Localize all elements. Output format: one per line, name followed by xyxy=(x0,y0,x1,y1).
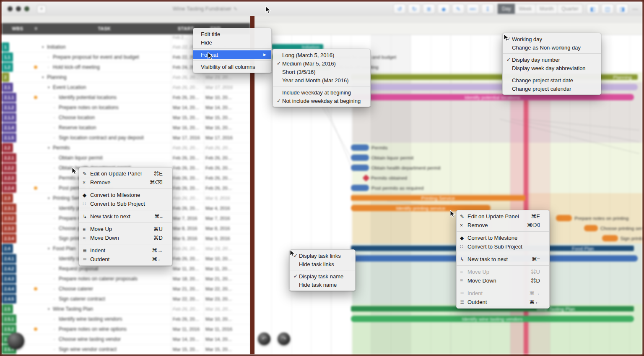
menu-item[interactable]: ◆ Convert to Milestone xyxy=(79,191,172,199)
disclosure-arrow[interactable]: - xyxy=(54,223,55,233)
menu-item[interactable]: ◆ Convert to Milestone xyxy=(457,233,549,242)
gantt-bar[interactable]: Prepare notes on printing xyxy=(254,213,642,223)
gantt-bar[interactable]: Wine Tasting Plan xyxy=(254,304,642,314)
menu-item[interactable]: ≣ Indent ⌘→ xyxy=(79,246,172,255)
disclosure-arrow[interactable]: ▾ xyxy=(48,304,50,314)
table-row[interactable]: 2 ▾ Planning Feb 26, 20… Mar 23, 20… xyxy=(2,72,250,83)
day-number[interactable] xyxy=(371,23,391,34)
day-number[interactable] xyxy=(411,23,431,34)
panel-left-button[interactable]: ◧ xyxy=(587,4,599,14)
disclosure-arrow[interactable]: - xyxy=(54,213,55,223)
menu-item[interactable]: Visibility of all columns xyxy=(193,63,271,71)
table-row[interactable]: 2.1.3 - Choose location Mar 15, 20… Mar … xyxy=(2,113,250,123)
disclosure-arrow[interactable]: - xyxy=(54,284,55,294)
menu-item[interactable]: ✓ Medium (Mar 5, 2016) xyxy=(273,59,370,68)
menu-item[interactable]: ≣ Indent ⌘→ xyxy=(457,289,549,298)
menu-item[interactable]: ✓ Not include weekday at begining xyxy=(273,97,370,105)
day-number[interactable] xyxy=(630,23,642,34)
disclosure-arrow[interactable]: - xyxy=(54,344,55,354)
day-number[interactable] xyxy=(451,23,471,34)
view-quarter-button[interactable]: Quarter xyxy=(558,4,583,14)
menu-item[interactable]: ✓ Working day xyxy=(503,35,601,43)
day-number[interactable] xyxy=(470,23,491,34)
table-row[interactable]: 2.1 ▾ Event Location Feb 26, 20… Mar 17,… xyxy=(2,82,250,93)
disclosure-arrow[interactable]: ▾ xyxy=(48,143,50,153)
day-number[interactable] xyxy=(351,23,371,34)
view-month-button[interactable]: Month xyxy=(536,4,558,14)
disclosure-arrow[interactable]: - xyxy=(54,334,55,344)
export-button[interactable]: ↧ xyxy=(481,4,494,14)
disclosure-arrow[interactable]: - xyxy=(54,183,55,193)
disclosure-arrow[interactable]: - xyxy=(54,254,55,264)
menu-item[interactable]: ✓ Display task name xyxy=(290,272,355,280)
menu-item[interactable]: Format ▶ xyxy=(193,50,271,59)
menu-item[interactable]: ✎ Edit on Update Panel ⌘E xyxy=(457,212,549,221)
column-menu-icon[interactable]: ≡ xyxy=(34,23,38,34)
milestone-button[interactable]: ◆ xyxy=(437,4,450,14)
disclosure-arrow[interactable]: - xyxy=(54,113,55,123)
edit-button[interactable]: ✎ xyxy=(452,4,465,14)
gantt-bar[interactable]: Permits obtained xyxy=(254,173,642,183)
close-button[interactable] xyxy=(8,6,13,11)
table-row[interactable]: 2.4.3 - Prepare notes on caterer proposa… xyxy=(2,274,250,284)
menu-item[interactable]: ≡ Move Down ⌘D xyxy=(79,233,172,242)
gantt-bar[interactable]: Choose printing service xyxy=(254,223,642,233)
disclosure-arrow[interactable]: - xyxy=(54,203,55,213)
disclosure-arrow[interactable]: - xyxy=(54,324,55,334)
outline-button[interactable]: ≣ xyxy=(423,4,435,14)
disclosure-arrow[interactable]: - xyxy=(54,153,55,163)
day-number[interactable] xyxy=(291,23,312,34)
disclosure-arrow[interactable]: ▾ xyxy=(42,42,44,52)
disclosure-arrow[interactable]: - xyxy=(54,264,55,274)
day-number[interactable] xyxy=(271,23,291,34)
day-number[interactable] xyxy=(610,23,630,34)
column-header-start[interactable]: START xyxy=(178,23,194,34)
panel-right-button[interactable]: ◨ xyxy=(616,4,628,14)
day-number[interactable] xyxy=(431,23,451,34)
menu-item[interactable]: Hide task links xyxy=(290,260,355,268)
disclosure-arrow[interactable]: ▾ xyxy=(48,243,50,254)
gantt-bar[interactable]: Sign printing contract xyxy=(254,233,642,243)
redo-button[interactable]: ↻ xyxy=(408,4,421,14)
disclosure-arrow[interactable]: - xyxy=(54,274,55,284)
menu-item[interactable]: ≣ Outdent ⌘← xyxy=(79,255,172,264)
disclosure-arrow[interactable]: - xyxy=(54,294,55,304)
menu-item[interactable]: ✓ Display day number xyxy=(503,55,601,64)
menu-item[interactable]: ∷ Convert to Sub Project xyxy=(457,242,549,251)
menu-item[interactable]: Include weekday at begining xyxy=(273,88,370,97)
menu-item[interactable]: ≡ Move Up ⌘U xyxy=(79,225,172,233)
menu-item[interactable]: Change project start date xyxy=(503,76,601,84)
table-row[interactable]: 2.5.4 - Sign wine vendor contract Mar 15… xyxy=(2,344,250,354)
history-back-button[interactable]: ↶ xyxy=(258,332,270,345)
gantt-bar[interactable]: Permits xyxy=(254,143,642,153)
disclosure-arrow[interactable]: - xyxy=(54,92,55,102)
overflow-icon[interactable]: — xyxy=(631,5,640,12)
table-row[interactable]: 2.4.5 - Sign caterer contract Mar 22, 20… xyxy=(2,294,250,304)
floating-button[interactable] xyxy=(8,332,24,349)
menu-item[interactable]: ≡ Move Down ⌘D xyxy=(457,276,549,285)
menu-item[interactable]: ≣ Outdent ⌘← xyxy=(457,298,549,306)
menu-item[interactable]: ↳ New task to next ⌘= xyxy=(457,255,549,264)
day-number[interactable] xyxy=(311,23,331,34)
disclosure-arrow[interactable]: - xyxy=(54,233,55,243)
view-day-button[interactable]: Day xyxy=(498,4,515,14)
menu-item[interactable]: Short (3/5/16) xyxy=(273,68,370,76)
menu-item[interactable]: Year and Month (Mar 2016) xyxy=(273,76,370,84)
table-row[interactable]: 2.2 ▾ Permits Feb 26, 20… Feb 26, 20… xyxy=(2,143,250,153)
menu-item[interactable]: Display week day abbreviation xyxy=(503,64,601,72)
column-header-wbs[interactable]: WBS xyxy=(5,23,30,34)
menu-item[interactable]: Change as Non-working day xyxy=(503,43,601,52)
disclosure-arrow[interactable]: - xyxy=(54,102,55,113)
gantt-bar[interactable]: Obtain health department permit xyxy=(254,163,642,173)
menu-item[interactable]: ✎ Edit on Update Panel ⌘E xyxy=(79,169,172,178)
gantt-bar[interactable]: Identify printing service xyxy=(254,203,642,213)
menu-item[interactable]: ∷ Convert to Sub Project xyxy=(79,199,172,208)
gantt-bar[interactable]: Printing Service xyxy=(254,193,642,203)
disclosure-arrow[interactable]: - xyxy=(48,52,49,62)
menu-item[interactable]: × Remove ⌘⌫ xyxy=(457,221,549,230)
disclosure-arrow[interactable]: - xyxy=(48,62,49,72)
disclosure-arrow[interactable]: ▾ xyxy=(48,82,50,92)
history-forward-button[interactable]: ↷ xyxy=(278,332,290,345)
table-row[interactable]: 2.1.4 - Reserve location Mar 16, 20… Mar… xyxy=(2,123,250,133)
view-week-button[interactable]: Week xyxy=(515,4,535,14)
